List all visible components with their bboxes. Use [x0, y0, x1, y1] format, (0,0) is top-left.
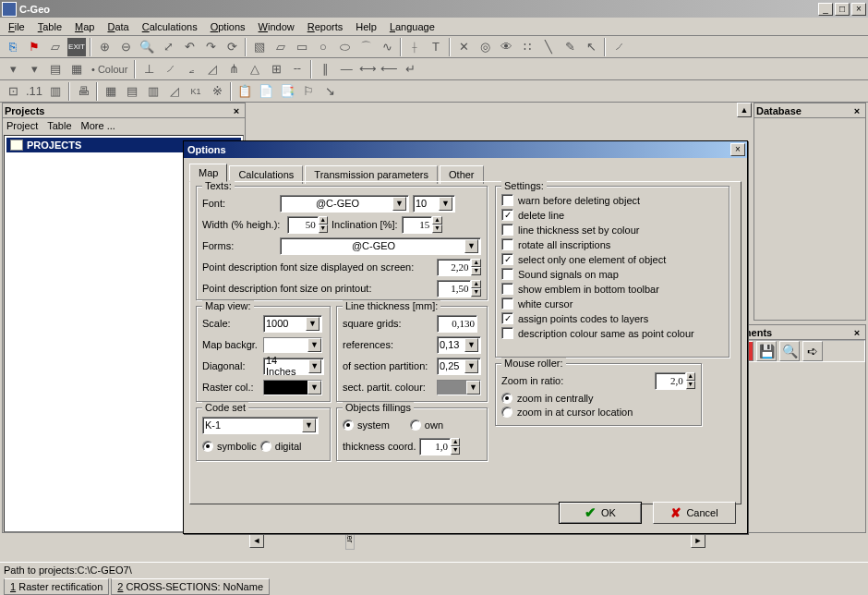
- sect-combo[interactable]: 0,25▼: [437, 358, 481, 375]
- pd-screen-spinner[interactable]: ▲▼: [437, 259, 481, 276]
- ref-combo[interactable]: 0,13▼: [437, 336, 481, 354]
- tb-curve-icon[interactable]: ∿: [377, 37, 397, 57]
- tb3-flag-icon[interactable]: ⚐: [298, 81, 319, 102]
- tb3-b[interactable]: .11: [24, 81, 44, 102]
- tb-doc-icon[interactable]: ▱: [45, 37, 66, 57]
- tb3-print-icon[interactable]: 🖶: [73, 81, 93, 102]
- tb-cross-icon[interactable]: ✕: [453, 37, 474, 57]
- minimize-button[interactable]: _: [818, 3, 833, 16]
- menu-table[interactable]: Table: [31, 19, 68, 34]
- tb2-perp-icon[interactable]: ⊥: [139, 59, 159, 79]
- setting-checkbox-9[interactable]: [501, 327, 513, 339]
- setting-checkbox-2[interactable]: [501, 224, 513, 236]
- menu-language[interactable]: Language: [383, 19, 441, 34]
- tb-copy-icon[interactable]: ⎘: [3, 37, 23, 57]
- bottom-tab-2[interactable]: 2 CROSS-SECTIONS: NoName: [111, 578, 270, 595]
- menu-help[interactable]: Help: [349, 19, 383, 34]
- doc-search-icon[interactable]: 🔍: [779, 341, 800, 361]
- projects-tab-more[interactable]: More ...: [81, 120, 115, 132]
- doc-next-icon[interactable]: ➪: [802, 341, 823, 361]
- tb-zoomin-icon[interactable]: ⊕: [94, 37, 115, 57]
- tb3-grid1-icon[interactable]: ▦: [101, 81, 121, 102]
- backgr-colour[interactable]: ▼: [263, 337, 322, 353]
- tb2-b[interactable]: ▾: [24, 59, 44, 79]
- sq-input[interactable]: [437, 315, 477, 333]
- documents-close-icon[interactable]: ×: [850, 327, 863, 338]
- tb2-par-icon[interactable]: ∥: [315, 59, 335, 79]
- tab-map[interactable]: Map: [189, 164, 227, 182]
- thickcoord-spinner[interactable]: ▲▼: [419, 438, 460, 455]
- setting-checkbox-3[interactable]: [501, 238, 513, 250]
- tb-exit-icon[interactable]: EXIT: [66, 37, 87, 57]
- tb3-c[interactable]: ▥: [45, 81, 66, 102]
- mdi-scroll-right-icon[interactable]: ►: [691, 533, 705, 548]
- tb-zoomout-icon[interactable]: ⊖: [115, 37, 136, 57]
- inclination-spinner[interactable]: ▲▼: [402, 216, 442, 234]
- dialog-close-icon[interactable]: ×: [730, 143, 745, 156]
- mdi-scroll-up-icon[interactable]: ▲: [737, 103, 752, 117]
- raster-colour[interactable]: ▼: [263, 380, 322, 395]
- radio-own[interactable]: [410, 419, 421, 431]
- tb-arc-icon[interactable]: ⌒: [356, 37, 376, 57]
- tb2-ret-icon[interactable]: ↵: [400, 59, 420, 79]
- radio-symbolic[interactable]: [202, 441, 213, 452]
- tb2-div-icon[interactable]: ⟋: [160, 59, 180, 79]
- tb3-sym-icon[interactable]: ※: [207, 81, 227, 102]
- projects-tab-project[interactable]: Project: [6, 120, 38, 132]
- doc-save-icon[interactable]: 💾: [756, 341, 777, 361]
- scale-combo[interactable]: 1000▼: [263, 315, 322, 333]
- tb-fit-icon[interactable]: ⤢: [158, 37, 178, 57]
- tb2-a[interactable]: ▾: [3, 59, 23, 79]
- tb2-grid-icon[interactable]: ⊞: [266, 59, 286, 79]
- radio-system[interactable]: [343, 419, 354, 431]
- menu-window[interactable]: Window: [252, 19, 301, 34]
- tb3-clip3-icon[interactable]: 📑: [277, 81, 297, 102]
- tb2-ang2-icon[interactable]: ◿: [202, 59, 223, 79]
- tb-shape2-icon[interactable]: ▱: [271, 37, 291, 57]
- mdi-scroll-left-icon[interactable]: ◄: [249, 533, 264, 548]
- tb-circle-icon[interactable]: ○: [313, 37, 333, 57]
- setting-checkbox-7[interactable]: [501, 298, 513, 310]
- diag-combo[interactable]: 14 Inches▼: [263, 358, 324, 375]
- tb2-hor-icon[interactable]: —: [336, 59, 356, 79]
- tb3-grid2-icon[interactable]: ▤: [122, 81, 142, 102]
- tb-target-icon[interactable]: ◎: [475, 37, 495, 57]
- setting-checkbox-6[interactable]: [501, 283, 513, 295]
- tb-refresh-icon[interactable]: ⟳: [222, 37, 242, 57]
- tb2-tri-icon[interactable]: △: [245, 59, 265, 79]
- menu-reports[interactable]: Reports: [301, 19, 350, 34]
- tb-ruler-icon[interactable]: ⟊: [404, 37, 425, 57]
- setting-checkbox-0[interactable]: [501, 194, 513, 206]
- width-spinner[interactable]: ▲▼: [287, 216, 328, 234]
- forms-combo[interactable]: @C-GEO▼: [280, 237, 481, 255]
- pd-print-spinner[interactable]: ▲▼: [437, 280, 481, 298]
- radio-digital[interactable]: [260, 441, 271, 452]
- tb2-snap-icon[interactable]: ⋔: [223, 59, 244, 79]
- ok-button[interactable]: ✔OK: [559, 502, 642, 524]
- codeset-combo[interactable]: K-1▼: [202, 417, 319, 434]
- tb-measure-icon[interactable]: ⟋: [609, 37, 629, 57]
- tb-zoom-icon[interactable]: 🔍: [137, 37, 157, 57]
- setting-checkbox-8[interactable]: ✓: [501, 312, 513, 324]
- tb2-left-icon[interactable]: ⟵: [379, 59, 399, 79]
- tb-shape1-icon[interactable]: ▧: [249, 37, 270, 57]
- tb-flag-icon[interactable]: ⚑: [24, 37, 44, 57]
- projects-close-icon[interactable]: ×: [230, 105, 243, 116]
- menu-calculations[interactable]: Calculations: [136, 19, 204, 34]
- setting-checkbox-1[interactable]: ✓: [501, 209, 513, 221]
- font-combo[interactable]: @C-GEO▼: [280, 195, 409, 212]
- cancel-button[interactable]: ✘Cancel: [653, 502, 736, 524]
- tb3-clip1-icon[interactable]: 📋: [235, 81, 255, 102]
- tb-text-icon[interactable]: T: [426, 37, 446, 57]
- tb2-hs-icon[interactable]: ⟷: [357, 59, 378, 79]
- tb2-c[interactable]: ▤: [45, 59, 66, 79]
- tb-edit-icon[interactable]: ✎: [560, 37, 580, 57]
- tb2-dash-icon[interactable]: ╌: [287, 59, 307, 79]
- tb3-grid3-icon[interactable]: ▥: [143, 81, 163, 102]
- tb-rect-icon[interactable]: ▭: [292, 37, 312, 57]
- fontsize-combo[interactable]: 10▼: [413, 195, 455, 212]
- tb3-arrow-icon[interactable]: ↘: [319, 81, 340, 102]
- tb3-clip2-icon[interactable]: 📄: [256, 81, 276, 102]
- menu-map[interactable]: Map: [68, 19, 101, 34]
- bottom-tab-1[interactable]: 1 Raster rectification: [4, 578, 109, 595]
